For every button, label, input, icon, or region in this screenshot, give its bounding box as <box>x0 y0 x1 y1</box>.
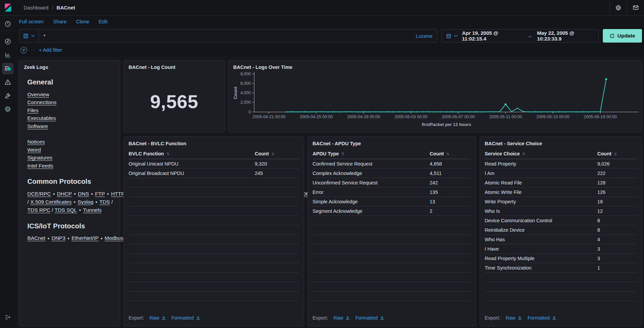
time-range-start[interactable]: Apr 19, 2005 @ 11:02:15.4 <box>462 30 522 42</box>
data-point <box>487 111 488 112</box>
help-button[interactable] <box>610 0 627 15</box>
query-language-button[interactable]: Lucene <box>411 33 437 39</box>
update-button-label: Update <box>617 33 635 39</box>
export-raw-link[interactable]: Raw <box>150 315 166 321</box>
data-point <box>493 111 494 112</box>
count-cell: 4 <box>597 237 637 242</box>
zeek-nav-link[interactable]: Executables <box>27 115 56 121</box>
markdown-section: ICS/IoT ProtocolsBACnet●DNP3●EtherNet/IP… <box>27 222 113 243</box>
sidebar-item-recently-viewed[interactable] <box>0 17 16 31</box>
add-filter-button[interactable]: + Add filter <box>39 47 62 53</box>
markdown-line: Files <box>27 106 113 115</box>
menu-edit[interactable]: Edit <box>99 19 108 24</box>
bullet-separator: ● <box>74 192 76 196</box>
markdown-paragraph: BACnet●DNP3●EtherNet/IP●Modbus●MQTT●PROF… <box>27 234 113 242</box>
x-tick-label: 2005-05-03 00:00 <box>395 115 428 119</box>
table-row: Atomic Read File128 <box>485 178 637 187</box>
data-point <box>529 111 530 112</box>
kibana-logo[interactable] <box>0 0 16 16</box>
table-row: Read Property9,026 <box>485 159 637 169</box>
export-formatted-link[interactable]: Formatted <box>355 315 384 321</box>
sort-icon: ⇅ <box>341 152 344 156</box>
zeek-nav-link[interactable]: HTTP <box>111 191 125 197</box>
breadcrumb-dashboard-link[interactable]: Dashboard <box>24 5 48 10</box>
zeek-nav-link[interactable]: TDS SQL <box>55 207 77 213</box>
table-header-row: APDU Type⇅Count⇅ <box>313 151 471 159</box>
data-point <box>387 111 388 112</box>
filter-divider <box>31 50 35 50</box>
column-header-label: Service Choice <box>485 151 520 156</box>
zeek-nav-link[interactable]: Overview <box>27 92 49 97</box>
data-point <box>316 111 317 112</box>
table-row-empty <box>129 244 299 254</box>
sidebar-item-visualize[interactable] <box>0 48 16 62</box>
bullet-separator: ● <box>101 236 103 240</box>
sidebar-item-management[interactable] <box>0 102 16 116</box>
sidebar-item-dev-tools[interactable] <box>0 89 16 102</box>
markdown-line: Signatures <box>27 154 113 162</box>
table-row-empty <box>313 225 471 235</box>
zeek-nav-link[interactable]: DNS <box>78 191 89 197</box>
zeek-nav-link[interactable]: Weird <box>27 147 41 153</box>
logs-over-time-chart[interactable]: 02,0004,0006,0008,0002005-04-21 00:00200… <box>229 60 642 132</box>
filter-options-icon[interactable] <box>20 46 28 54</box>
column-header-count[interactable]: Count⇅ <box>255 151 299 156</box>
export-raw-link[interactable]: Raw <box>506 315 522 321</box>
zeek-nav-link[interactable]: Intel Feeds <box>27 163 53 169</box>
timepicker-calendar-button[interactable] <box>442 29 462 42</box>
term-cell: I Am <box>485 171 597 176</box>
newsfeed-button[interactable] <box>627 0 644 15</box>
zeek-nav-link[interactable]: Software <box>27 123 48 129</box>
table-row-empty <box>313 216 471 225</box>
column-header-term[interactable]: APDU Type⇅ <box>313 151 430 156</box>
zeek-nav-link[interactable]: DHCP <box>57 191 72 197</box>
timepicker-range[interactable]: Apr 19, 2005 @ 11:02:15.4 → May 22, 2005… <box>462 30 598 42</box>
sidebar-item-discover[interactable] <box>0 35 16 48</box>
menu-share[interactable]: Share <box>53 19 66 24</box>
data-point <box>292 111 293 112</box>
zeek-nav-link[interactable]: Syslog <box>78 199 93 205</box>
sidebar-item-alerts[interactable] <box>0 75 16 89</box>
zeek-nav-link[interactable]: Connections <box>27 99 56 105</box>
zeek-nav-link[interactable]: FTP <box>95 191 105 197</box>
zeek-nav-link[interactable]: Tunnels <box>83 207 102 213</box>
term-cell: Write Property <box>485 199 597 204</box>
column-header-count[interactable]: Count⇅ <box>430 151 471 156</box>
table-row: Unconfirmed Service Request242 <box>313 178 471 187</box>
data-point <box>588 111 589 112</box>
bullet-separator: ● <box>91 192 93 196</box>
collapse-menu-button[interactable] <box>0 310 16 324</box>
sidebar-item-dashboard[interactable] <box>0 62 16 75</box>
column-header-term[interactable]: BVLC Function⇅ <box>129 151 255 156</box>
sort-icon: ⇅ <box>166 152 169 156</box>
markdown-section: Common ProtocolsDCE/RPC●DHCP●DNS●FTP●HTT… <box>27 177 113 214</box>
zeek-nav-link[interactable]: DCE/RPC <box>27 191 51 197</box>
update-button[interactable]: Update <box>603 29 642 43</box>
column-header-count[interactable]: Count⇅ <box>597 151 637 156</box>
time-range-end[interactable]: May 22, 2005 @ 10:23:33.9 <box>537 30 598 42</box>
zeek-nav-link[interactable]: DNP3 <box>51 235 65 241</box>
query-input[interactable]: * <box>39 33 411 39</box>
menu-clone[interactable]: Clone <box>76 19 89 24</box>
export-formatted-link[interactable]: Formatted <box>171 315 200 321</box>
zeek-nav-link[interactable]: Modbus <box>105 235 123 241</box>
zeek-nav-link[interactable]: TDS <box>100 199 110 205</box>
export-raw-link[interactable]: Raw <box>333 315 350 321</box>
markdown-line: Weird <box>27 146 113 154</box>
zeek-nav-link[interactable]: TDS RPC <box>27 207 50 213</box>
menu-full-screen[interactable]: Full screen <box>19 19 44 24</box>
count-cell: 18 <box>597 199 637 204</box>
zeek-nav-link[interactable]: X.509 Certificates <box>30 199 72 205</box>
saved-query-menu-button[interactable] <box>19 29 39 42</box>
data-point <box>328 111 329 112</box>
zeek-nav-link[interactable]: Files <box>27 107 38 113</box>
data-point <box>458 111 459 112</box>
export-formatted-link[interactable]: Formatted <box>528 315 557 321</box>
zeek-nav-link[interactable]: Notices <box>27 139 45 145</box>
clock-icon <box>4 20 11 28</box>
column-header-term[interactable]: Service Choice⇅ <box>485 151 597 156</box>
zeek-nav-link[interactable]: BACnet <box>27 235 45 241</box>
zeek-nav-link[interactable]: Signatures <box>27 155 52 160</box>
data-point <box>333 111 334 112</box>
zeek-nav-link[interactable]: EtherNet/IP <box>72 235 99 241</box>
